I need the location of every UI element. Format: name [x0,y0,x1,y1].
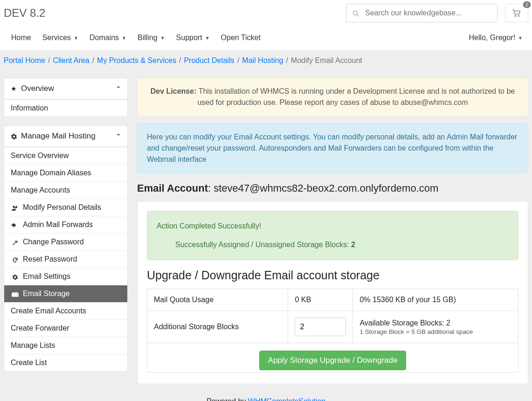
sidebar-item-label: Email Storage [23,290,70,298]
caret-icon: ▼ [205,35,210,41]
success-heading: Action Completed Successfully! [157,221,509,232]
sidebar-item-create-forwarder[interactable]: Create Forwarder [4,319,127,337]
nav-services-label: Services [42,34,71,42]
svg-point-0 [353,11,357,15]
block-note: 1 Storage Block = 5 GB additional space [359,328,511,335]
apply-storage-button[interactable]: Apply Storage Upgrade / Downgrade [259,351,407,370]
sidebar-item-create-accounts[interactable]: Create Email Accounts [4,302,127,319]
sidebar-item-create-list[interactable]: Create List [4,354,127,371]
svg-point-6 [17,294,18,295]
forward-icon [11,221,19,228]
sidebar-manage-header[interactable]: Manage Mail Hosting ⌃ [4,126,127,147]
storage-blocks-input[interactable] [295,318,346,336]
breadcrumb-sep: / [286,56,288,65]
sidebar-manage-panel: Manage Mail Hosting ⌃ Service Overview M… [4,125,128,372]
sidebar-item-information[interactable]: Information [4,99,127,117]
breadcrumb: Portal Home / Client Area / My Products … [0,50,532,70]
sidebar-item-manage-accounts[interactable]: Manage Accounts [4,181,127,199]
nav-services[interactable]: Services▼ [37,31,84,45]
chevron-up-icon: ⌃ [116,85,121,92]
nav-home-label: Home [11,34,31,42]
nav-open-ticket[interactable]: Open Ticket [215,31,266,45]
nav-user-greeting[interactable]: Hello, Gregor!▼ [463,31,529,45]
sidebar-item-service-overview[interactable]: Service Overview [4,147,127,164]
sidebar-item-change-password[interactable]: Change Password [4,233,127,250]
crumb-products[interactable]: My Products & Services [97,56,176,65]
search-box[interactable] [346,4,497,22]
blocks-info-cell: Available Storage Blocks: 2 1 Storage Bl… [353,311,518,343]
blocks-input-cell [288,311,353,343]
nav-open-ticket-label: Open Ticket [221,34,261,42]
sidebar-overview-header[interactable]: ★ Overview ⌃ [4,78,127,99]
search-input[interactable] [365,9,497,17]
sidebar-item-label: Admin Mail Forwards [23,221,93,229]
email-account-sep: : [208,182,214,194]
sidebar-item-label: Reset Password [23,255,77,263]
sidebar-item-email-storage[interactable]: Email Storage [4,285,127,302]
crumb-client-area[interactable]: Client Area [53,56,89,65]
refresh-icon [11,256,19,263]
sidebar-item-label: Manage Domain Aliases [11,169,91,177]
caret-icon: ▼ [122,35,126,41]
available-blocks: Available Storage Blocks: 2 [359,319,511,327]
sidebar-item-email-settings[interactable]: Email Settings [4,268,127,285]
footer-powered: Powered by [207,397,248,401]
dev-license-text: This installation of WHMCS is running un… [196,87,515,106]
success-alert: Action Completed Successfully! Successfu… [147,211,518,260]
crumb-portal-home[interactable]: Portal Home [4,56,45,65]
email-account-label: Email Account [137,182,208,194]
table-row: Additional Storage Blocks Available Stor… [147,311,518,343]
apply-row: Apply Storage Upgrade / Downgrade [147,343,518,373]
cart-icon [512,9,521,17]
sidebar-overview-panel: ★ Overview ⌃ Information [4,78,128,117]
sidebar-item-label: Service Overview [11,152,69,160]
breadcrumb-sep: / [48,56,50,65]
gear-icon [11,132,21,140]
nav-support[interactable]: Support▼ [171,31,215,45]
nav-home[interactable]: Home [11,31,37,45]
sidebar-item-admin-forwards[interactable]: Admin Mail Forwards [4,216,127,233]
sidebar-item-label: Change Password [23,238,84,246]
footer: Powered by WHMCompleteSolution [0,390,532,401]
sidebar-item-label: Information [11,104,48,112]
hdd-icon [11,290,19,297]
sidebar-item-manage-lists[interactable]: Manage Lists [4,337,127,354]
crumb-mail-hosting[interactable]: Mail Hosting [242,56,283,65]
sidebar-item-domain-aliases[interactable]: Manage Domain Aliases [4,164,127,181]
cart-count-badge: 0 [523,1,531,8]
brand-title: DEV 8.2 [4,7,346,20]
quota-description: 0% 15360 KB of your 15 GB) [353,289,518,311]
breadcrumb-sep: / [92,56,94,65]
sidebar-item-label: Email Settings [23,272,70,281]
user-edit-icon [11,204,19,211]
storage-card: Action Completed Successfully! Successfu… [137,201,528,384]
breadcrumb-sep: / [179,56,181,65]
caret-icon: ▼ [74,35,78,41]
nav-domains[interactable]: Domains▼ [84,31,132,45]
main-nav: Home Services▼ Domains▼ Billing▼ Support… [0,26,532,50]
sidebar-item-modify-personal[interactable]: Modify Personal Details [4,199,127,216]
wrench-icon [11,238,19,245]
success-detail-value: 2 [351,241,355,249]
success-detail-pre: Successfully Assigned / Unassigned Stora… [175,241,351,249]
caret-icon: ▼ [160,35,165,41]
svg-point-2 [515,15,516,16]
breadcrumb-sep: / [237,56,239,65]
success-detail: Successfully Assigned / Unassigned Stora… [157,239,509,250]
nav-billing[interactable]: Billing▼ [132,31,171,45]
crumb-active: Modify Email Account [291,56,362,65]
info-alert: Here you can modify your Email Account s… [137,124,528,173]
storage-section-title: Upgrade / Downgrade Email account storag… [147,269,518,282]
sidebar-item-reset-password[interactable]: Reset Password [4,250,127,268]
caret-icon: ▼ [518,35,523,41]
crumb-product-details[interactable]: Product Details [184,56,235,65]
dev-license-alert: Dev License: This installation of WHMCS … [137,78,528,116]
star-icon: ★ [11,85,21,92]
table-row: Mail Quota Usage 0 KB 0% 15360 KB of you… [147,289,518,311]
footer-link[interactable]: WHMCompleteSolution [248,397,325,401]
sidebar-item-label: Modify Personal Details [23,203,101,212]
svg-point-3 [518,15,519,16]
nav-billing-label: Billing [138,34,158,42]
cart-button[interactable]: 0 [505,4,528,22]
svg-line-1 [357,14,359,16]
